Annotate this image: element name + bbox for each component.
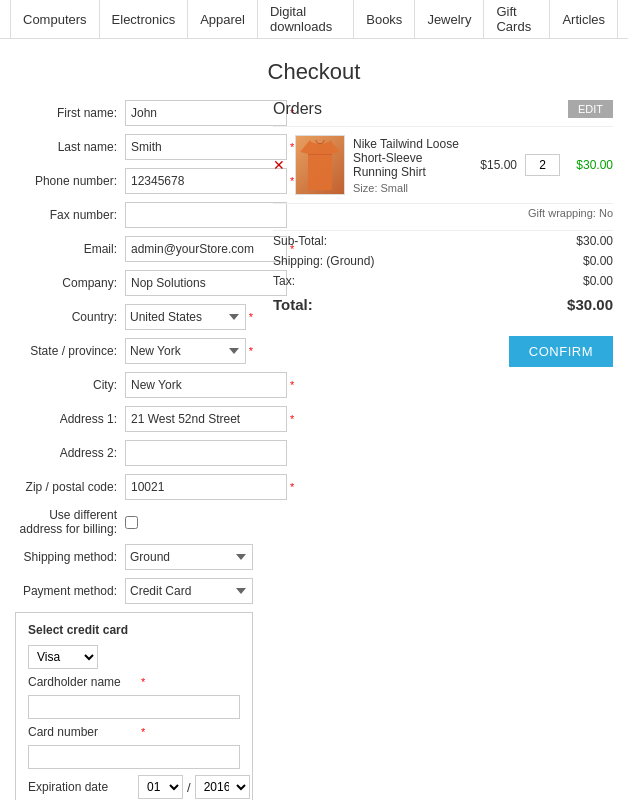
city-input[interactable] — [125, 372, 287, 398]
orders-panel: Orders EDIT ✕ Nike Tailwind Loose Short-… — [273, 100, 613, 800]
state-select[interactable]: New York — [125, 338, 246, 364]
cardholder-label: Cardholder name — [28, 675, 138, 689]
shipping-label: Shipping: (Ground) — [273, 254, 374, 268]
expiry-row: Expiration date 01 / 2016 — [28, 775, 240, 799]
fax-label: Fax number: — [15, 208, 125, 222]
diff-billing-label: Use different address for billing: — [15, 508, 125, 536]
email-input[interactable] — [125, 236, 287, 262]
last-name-input[interactable] — [125, 134, 287, 160]
sub-total-value: $30.00 — [576, 234, 613, 248]
last-name-row: Last name: * — [15, 134, 253, 160]
quantity-input[interactable] — [525, 154, 560, 176]
address2-label: Address 2: — [15, 446, 125, 460]
expiry-separator: / — [187, 780, 191, 795]
orders-title: Orders — [273, 100, 322, 118]
nav-item-jewelry[interactable]: Jewelry — [415, 0, 484, 38]
product-info: Nike Tailwind Loose Short-Sleeve Running… — [353, 137, 464, 194]
order-summary: Sub-Total: $30.00 Shipping: (Ground) $0.… — [273, 230, 613, 316]
shipping-method-label: Shipping method: — [15, 550, 125, 564]
total-label: Total: — [273, 296, 313, 313]
last-name-label: Last name: — [15, 140, 125, 154]
required-star: * — [141, 726, 145, 738]
gift-wrap: Gift wrapping: No — [273, 203, 613, 222]
main-content: First name: * Last name: * Phone number:… — [0, 100, 628, 800]
tax-row: Tax: $0.00 — [273, 271, 613, 291]
nav-item-books[interactable]: Books — [354, 0, 415, 38]
email-label: Email: — [15, 242, 125, 256]
address1-input[interactable] — [125, 406, 287, 432]
nav-item-electronics[interactable]: Electronics — [100, 0, 189, 38]
credit-card-title: Select credit card — [28, 623, 240, 637]
edit-button[interactable]: EDIT — [568, 100, 613, 118]
expiry-fields: 01 / 2016 — [138, 775, 250, 799]
cc-type-select[interactable]: Visa — [28, 645, 98, 669]
email-row: Email: * — [15, 236, 253, 262]
cardholder-input-row — [28, 695, 240, 719]
phone-label: Phone number: — [15, 174, 125, 188]
nav-item-computers[interactable]: Computers — [10, 0, 100, 38]
required-star: * — [249, 311, 253, 323]
country-select[interactable]: United States — [125, 304, 246, 330]
first-name-row: First name: * — [15, 100, 253, 126]
zip-row: Zip / postal code: * — [15, 474, 253, 500]
country-row: Country: United States * — [15, 304, 253, 330]
address1-label: Address 1: — [15, 412, 125, 426]
product-price: $15.00 — [472, 158, 517, 172]
remove-icon[interactable]: ✕ — [273, 157, 287, 173]
card-number-label: Card number — [28, 725, 138, 739]
fax-input[interactable] — [125, 202, 287, 228]
phone-row: Phone number: * — [15, 168, 253, 194]
company-row: Company: — [15, 270, 253, 296]
diff-billing-row: Use different address for billing: — [15, 508, 253, 536]
total-row: Total: $30.00 — [273, 291, 613, 316]
diff-billing-checkbox[interactable] — [125, 516, 138, 529]
state-row: State / province: New York * — [15, 338, 253, 364]
nav-item-digital-downloads[interactable]: Digital downloads — [258, 0, 354, 38]
confirm-button[interactable]: CONFIRM — [509, 336, 613, 367]
product-image — [295, 135, 345, 195]
cc-type-row: Visa — [28, 645, 240, 669]
nav-item-articles[interactable]: Articles — [550, 0, 618, 38]
card-number-input[interactable] — [28, 745, 240, 769]
tax-value: $0.00 — [583, 274, 613, 288]
checkout-form: First name: * Last name: * Phone number:… — [15, 100, 253, 800]
city-row: City: * — [15, 372, 253, 398]
exp-month-select[interactable]: 01 — [138, 775, 183, 799]
country-label: Country: — [15, 310, 125, 324]
shipping-method-select[interactable]: Ground — [125, 544, 253, 570]
phone-input[interactable] — [125, 168, 287, 194]
company-label: Company: — [15, 276, 125, 290]
confirm-section: CONFIRM — [273, 336, 613, 367]
orders-header: Orders EDIT — [273, 100, 613, 118]
sub-total-label: Sub-Total: — [273, 234, 327, 248]
cardholder-input[interactable] — [28, 695, 240, 719]
svg-rect-0 — [308, 154, 332, 155]
order-item: ✕ Nike Tailwind Loose Short-Sleeve Runni… — [273, 126, 613, 203]
navigation: Computers Electronics Apparel Digital do… — [0, 0, 628, 39]
exp-year-select[interactable]: 2016 — [195, 775, 250, 799]
address1-row: Address 1: * — [15, 406, 253, 432]
sub-total-row: Sub-Total: $30.00 — [273, 231, 613, 251]
product-name: Nike Tailwind Loose Short-Sleeve Running… — [353, 137, 464, 179]
item-total-price: $30.00 — [568, 158, 613, 172]
product-size: Size: Small — [353, 182, 464, 194]
payment-method-row: Payment method: Credit Card — [15, 578, 253, 604]
zip-label: Zip / postal code: — [15, 480, 125, 494]
first-name-input[interactable] — [125, 100, 287, 126]
page-title: Checkout — [0, 59, 628, 85]
card-number-input-row — [28, 745, 240, 769]
cardholder-row: Cardholder name * — [28, 675, 240, 689]
company-input[interactable] — [125, 270, 287, 296]
zip-input[interactable] — [125, 474, 287, 500]
payment-method-select[interactable]: Credit Card — [125, 578, 253, 604]
nav-item-apparel[interactable]: Apparel — [188, 0, 258, 38]
shipping-method-row: Shipping method: Ground — [15, 544, 253, 570]
nav-item-gift-cards[interactable]: Gift Cards — [484, 0, 550, 38]
address2-input[interactable] — [125, 440, 287, 466]
address2-row: Address 2: — [15, 440, 253, 466]
payment-method-label: Payment method: — [15, 584, 125, 598]
state-label: State / province: — [15, 344, 125, 358]
shipping-row: Shipping: (Ground) $0.00 — [273, 251, 613, 271]
tax-label: Tax: — [273, 274, 295, 288]
total-value: $30.00 — [567, 296, 613, 313]
